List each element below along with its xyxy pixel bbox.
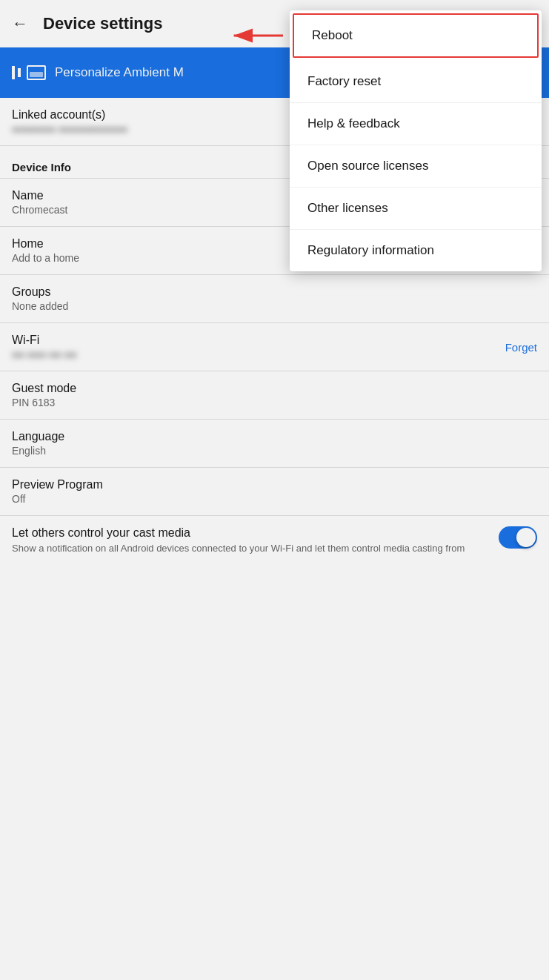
dropdown-item-factory-reset[interactable]: Factory reset <box>290 61 542 103</box>
dropdown-item-regulatory[interactable]: Regulatory information <box>290 230 542 271</box>
dropdown-menu: Reboot Factory reset Help & feedback Ope… <box>290 10 542 271</box>
dropdown-item-reboot[interactable]: Reboot <box>293 13 539 58</box>
arrow-annotation <box>227 22 286 49</box>
red-arrow-icon <box>227 22 286 49</box>
dropdown-item-help[interactable]: Help & feedback <box>290 103 542 145</box>
dropdown-item-other-licenses[interactable]: Other licenses <box>290 188 542 230</box>
dropdown-item-open-source[interactable]: Open source licenses <box>290 145 542 188</box>
